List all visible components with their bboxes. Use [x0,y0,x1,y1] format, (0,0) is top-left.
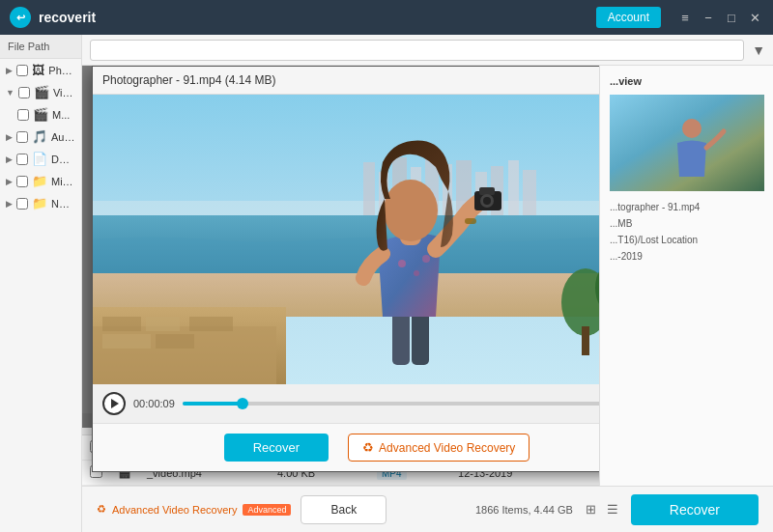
main-layout: File Path ▶ 🖼 Photo... ▼ 🎬 Video... 🎬 M.… [0,35,773,532]
window-controls: ≡ − □ ✕ [676,9,763,26]
app-logo: ↩ [10,7,31,28]
advanced-video-icon: ♻ [362,440,374,455]
svg-point-32 [483,197,491,205]
advanced-video-preview-button[interactable]: ♻ Advanced Video Recovery [348,434,530,462]
sidebar-label-video-sub: M... [52,109,70,121]
preview-panel-thumbnail [610,95,764,191]
sidebar-label-videos: Video... [53,87,75,98]
content-area: ▼ Photographer - 91.mp4 (4.14 MB) ✕ [82,35,773,532]
audio-checkbox[interactable] [16,131,28,143]
file-list-area: Photographer - 91.mp4 (4.14 MB) ✕ [82,66,599,486]
svg-point-38 [422,255,430,263]
sidebar-label-docs: Docum... [51,154,75,165]
sidebar-item-noext[interactable]: ▶ 📁 No Ext... [0,192,81,214]
sidebar-item-docs[interactable]: ▶ 📄 Docum... [0,148,81,170]
svg-rect-6 [102,317,141,331]
preview-thumb-svg [610,95,764,191]
noext-checkbox[interactable] [16,198,28,210]
list-view-icon[interactable]: ☰ [604,501,621,518]
arrow-icon-docs: ▶ [6,154,13,164]
preview-info-size: ...MB [610,215,763,232]
svg-rect-28 [412,312,429,365]
grid-view-icon[interactable]: ⊞ [583,501,600,518]
svg-point-36 [398,260,406,267]
sidebar-header: File Path [0,35,81,59]
arrow-icon-video: ▼ [6,88,14,98]
preview-actions: Recover ♻ Advanced Video Recovery [93,423,599,471]
svg-rect-23 [582,326,589,355]
sidebar-label-photos: Photo... [48,65,75,76]
docs-checkbox[interactable] [16,154,28,165]
preview-panel-title: ...view [610,75,763,87]
maximize-button[interactable]: □ [723,9,740,26]
filter-icon[interactable]: ▼ [752,42,765,58]
preview-panel-info: ...tographer - 91.mp4 ...MB ...T16)/Lost… [610,199,763,265]
preview-title: Photographer - 91.mp4 (4.14 MB) [102,73,275,87]
svg-rect-10 [156,334,194,349]
svg-rect-11 [363,162,375,215]
bottom-bar: ♻ Advanced Video Recovery Advanced Back … [82,486,773,532]
sidebar-label-audio: Audio... [51,131,75,143]
preview-info-date: ...-2019 [610,248,763,265]
preview-info-path: ...T16)/Lost Location [610,232,763,248]
svg-rect-35 [465,218,476,224]
close-button[interactable]: ✕ [746,9,763,26]
bottom-right: 1866 Items, 4.44 GB ⊞ ☰ Recover [475,494,759,525]
svg-rect-8 [189,317,233,331]
preview-info-filename: ...tographer - 91.mp4 [610,199,763,215]
preview-titlebar: Photographer - 91.mp4 (4.14 MB) ✕ [93,67,599,95]
recover-main-button[interactable]: Recover [631,494,759,525]
svg-rect-21 [523,170,536,215]
arrow-icon-misc: ▶ [6,177,13,186]
adv-video-text: Advanced Video Recovery [112,504,237,516]
time-current: 00:00:09 [133,398,175,409]
arrow-icon-noext: ▶ [6,199,13,209]
preview-window: Photographer - 91.mp4 (4.14 MB) ✕ [92,66,599,472]
content-inner: Photographer - 91.mp4 (4.14 MB) ✕ [82,66,773,486]
view-toggle: ⊞ ☰ [583,501,621,518]
svg-point-37 [414,270,419,276]
items-count: 1866 Items, 4.44 GB [475,504,573,516]
svg-rect-7 [146,317,180,331]
account-button[interactable]: Account [596,7,661,28]
recover-preview-button[interactable]: Recover [224,434,329,462]
sidebar-item-audio[interactable]: ▶ 🎵 Audio... [0,126,81,148]
advanced-video-recovery-label[interactable]: ♻ Advanced Video Recovery Advanced [97,503,291,516]
adv-video-icon: ♻ [97,503,106,516]
progress-bar[interactable] [183,402,599,406]
sidebar-label-noext: No Ext... [51,198,75,210]
app-brand: recoverit [39,10,96,25]
arrow-icon: ▶ [6,66,13,75]
back-button[interactable]: Back [301,495,386,524]
titlebar-left: ↩ recoverit [10,7,96,28]
titlebar-right: Account ≡ − □ ✕ [596,7,763,28]
sidebar: File Path ▶ 🖼 Photo... ▼ 🎬 Video... 🎬 M.… [0,35,82,532]
svg-point-34 [384,180,438,241]
sidebar-item-videos[interactable]: ▼ 🎬 Video... [0,81,81,103]
advanced-badge: Advanced [243,504,291,516]
sidebar-item-misc[interactable]: ▶ 📁 Miscel... [0,170,81,192]
progress-fill [183,402,245,406]
svg-rect-20 [508,160,519,215]
preview-modal: Photographer - 91.mp4 (4.14 MB) ✕ [82,66,599,428]
search-input[interactable] [90,40,744,61]
play-button[interactable] [102,392,126,415]
video-controls: 00:00:09 00:00:06 [93,384,599,423]
progress-thumb [237,398,248,409]
svg-rect-30 [479,187,495,195]
video-sub-checkbox[interactable] [17,109,29,121]
video-container [93,95,599,384]
arrow-icon-audio: ▶ [6,132,13,142]
minimize-button[interactable]: − [700,9,717,26]
videos-checkbox[interactable] [18,87,30,98]
misc-checkbox[interactable] [16,176,28,187]
sidebar-item-video-sub[interactable]: 🎬 M... [0,103,81,126]
content-topbar: ▼ [82,35,773,66]
menu-button[interactable]: ≡ [676,9,694,26]
video-frame [93,95,599,384]
photos-checkbox[interactable] [16,65,28,76]
sidebar-item-photos[interactable]: ▶ 🖼 Photo... [0,59,81,81]
sidebar-label-misc: Miscel... [51,176,75,187]
preview-panel: ...view [599,66,773,486]
svg-rect-27 [392,312,410,365]
